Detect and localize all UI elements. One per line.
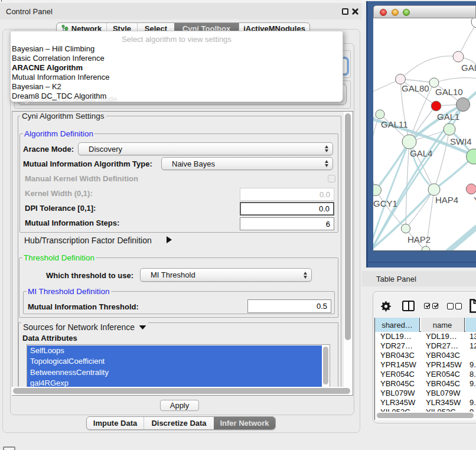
svg-text:HAP4: HAP4 — [435, 195, 458, 205]
svg-text:Y: Y — [474, 195, 476, 205]
svg-text:GAL1: GAL1 — [437, 112, 459, 122]
svg-text:GAL4: GAL4 — [410, 148, 432, 158]
svg-text:GAL11: GAL11 — [381, 119, 408, 129]
svg-text:SWI4: SWI4 — [450, 136, 472, 146]
svg-text:GCY1: GCY1 — [373, 198, 397, 208]
svg-text:GAL80: GAL80 — [402, 83, 429, 93]
svg-text:HAP2: HAP2 — [407, 234, 431, 244]
svg-text:GAL7: GAL7 — [461, 63, 476, 73]
svg-text:GAL10: GAL10 — [435, 87, 463, 97]
